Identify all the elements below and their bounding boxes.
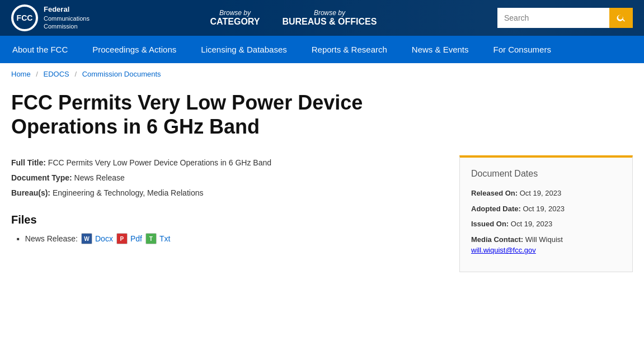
doc-meta: Full Title: FCC Permits Very Low Power D… bbox=[11, 155, 443, 200]
file-item-label: News Release: bbox=[25, 234, 78, 243]
search-button[interactable] bbox=[609, 8, 633, 28]
file-item-news-release: News Release: W Docx P Pdf T Txt bbox=[17, 233, 443, 244]
issued-label: Issued On: bbox=[471, 220, 509, 228]
nav-proceedings[interactable]: Proceedings & Actions bbox=[80, 36, 189, 63]
breadcrumb-commission-docs[interactable]: Commission Documents bbox=[82, 70, 161, 78]
search-input[interactable] bbox=[497, 8, 609, 28]
full-title-label: Full Title: bbox=[11, 158, 46, 167]
files-heading: Files bbox=[11, 213, 443, 226]
doc-type-value: News Release bbox=[74, 173, 125, 182]
media-contact-name: Will Wiquist bbox=[525, 235, 563, 244]
files-section: Files News Release: W Docx P Pdf bbox=[11, 213, 443, 244]
media-contact-label: Media Contact: bbox=[471, 235, 523, 244]
pdf-label: Pdf bbox=[130, 234, 142, 243]
breadcrumb-edocs[interactable]: EDOCS bbox=[44, 70, 69, 78]
adopted-date-row: Adopted Date: Oct 19, 2023 bbox=[471, 203, 621, 215]
breadcrumb: Home / EDOCS / Commission Documents bbox=[0, 63, 644, 85]
fcc-seal: FCC bbox=[11, 4, 38, 31]
sidebar: Document Dates Released On: Oct 19, 2023… bbox=[459, 155, 633, 272]
docx-label: Docx bbox=[95, 234, 113, 243]
released-on-row: Released On: Oct 19, 2023 bbox=[471, 188, 621, 199]
file-link-docx[interactable]: W Docx bbox=[81, 233, 113, 244]
main-section: Full Title: FCC Permits Very Low Power D… bbox=[11, 155, 443, 249]
content-layout: Full Title: FCC Permits Very Low Power D… bbox=[11, 155, 633, 272]
doc-type-label: Document Type: bbox=[11, 173, 72, 182]
breadcrumb-sep-1: / bbox=[36, 70, 38, 78]
adopted-value: Oct 19, 2023 bbox=[523, 205, 564, 213]
issued-on-row: Issued On: Oct 19, 2023 bbox=[471, 219, 621, 230]
bureaus-value: Engineering & Technology, Media Relation… bbox=[53, 188, 204, 197]
search-area bbox=[497, 8, 633, 28]
breadcrumb-sep-2: / bbox=[74, 70, 77, 78]
fcc-logo-link[interactable]: FCC Federal Communications Commission bbox=[11, 4, 90, 31]
file-link-pdf[interactable]: P Pdf bbox=[116, 233, 142, 244]
pdf-icon: P bbox=[116, 233, 128, 244]
main-nav: About the FCC Proceedings & Actions Lice… bbox=[0, 36, 644, 63]
full-title-row: Full Title: FCC Permits Very Low Power D… bbox=[11, 155, 443, 170]
site-header: FCC Federal Communications Commission Br… bbox=[0, 0, 644, 36]
document-dates-card: Document Dates Released On: Oct 19, 2023… bbox=[459, 155, 633, 272]
media-contact-email-link[interactable]: will.wiquist@fcc.gov bbox=[471, 246, 536, 254]
search-icon bbox=[616, 13, 626, 23]
document-dates-title: Document Dates bbox=[471, 169, 621, 179]
file-link-txt[interactable]: T Txt bbox=[145, 233, 170, 244]
txt-label: Txt bbox=[159, 234, 170, 243]
agency-name: Federal Communications Commission bbox=[44, 5, 90, 30]
doc-type-row: Document Type: News Release bbox=[11, 170, 443, 186]
breadcrumb-home[interactable]: Home bbox=[11, 70, 31, 78]
nav-news[interactable]: News & Events bbox=[399, 36, 481, 63]
adopted-label: Adopted Date: bbox=[471, 205, 521, 213]
docx-icon: W bbox=[81, 233, 92, 244]
svg-text:FCC: FCC bbox=[17, 13, 33, 22]
full-title-value: FCC Permits Very Low Power Device Operat… bbox=[48, 158, 271, 167]
released-value: Oct 19, 2023 bbox=[520, 189, 561, 197]
bureaus-label: Bureau(s): bbox=[11, 188, 50, 197]
nav-reports[interactable]: Reports & Research bbox=[299, 36, 399, 63]
txt-icon: T bbox=[145, 233, 157, 244]
page-title: FCC Permits Very Low Power Device Operat… bbox=[11, 91, 448, 139]
main-content: FCC Permits Very Low Power Device Operat… bbox=[0, 85, 644, 295]
files-list: News Release: W Docx P Pdf T Txt bbox=[11, 233, 443, 244]
media-contact-row: Media Contact: Will Wiquist will.wiquist… bbox=[471, 234, 621, 256]
nav-licensing[interactable]: Licensing & Databases bbox=[189, 36, 299, 63]
browse-nav: Browse by CATEGORY Browse by BUREAUS & O… bbox=[106, 9, 481, 27]
browse-category-link[interactable]: Browse by CATEGORY bbox=[210, 9, 260, 27]
issued-value: Oct 19, 2023 bbox=[511, 220, 552, 228]
nav-about[interactable]: About the FCC bbox=[0, 36, 80, 63]
browse-bureaus-link[interactable]: Browse by BUREAUS & OFFICES bbox=[282, 9, 377, 27]
released-label: Released On: bbox=[471, 189, 518, 197]
nav-consumers[interactable]: For Consumers bbox=[481, 36, 563, 63]
bureaus-row: Bureau(s): Engineering & Technology, Med… bbox=[11, 186, 443, 201]
